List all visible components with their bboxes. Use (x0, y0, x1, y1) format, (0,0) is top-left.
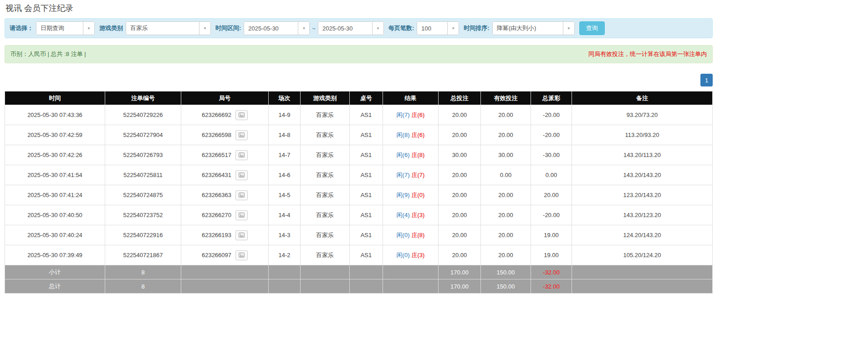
cell-result: 闲(7)庄(7) (383, 165, 439, 185)
date-from-input[interactable] (244, 22, 298, 35)
query-type-select: ▼ (36, 21, 95, 35)
cell-game-category: 百家乐 (301, 145, 350, 165)
footer-total-bet: 170.00 (439, 265, 481, 279)
cell-time: 2025-05-30 07:40:24 (5, 225, 105, 245)
result-player: 闲(7) (397, 172, 410, 178)
cell-valid-bet: 20.00 (481, 105, 531, 125)
cell-session: 14-2 (269, 245, 301, 265)
cell-total-bet: 20.00 (439, 125, 481, 145)
picture-icon (239, 193, 245, 198)
chevron-down-icon[interactable]: ▼ (199, 22, 210, 35)
search-button[interactable]: 查询 (579, 21, 605, 35)
round-number: 623266193 (202, 232, 231, 238)
bet-records-table: 时间注单编号局号场次游戏类别桌号结果总投注有效投注总派彩备注 2025-05-3… (5, 91, 713, 294)
chevron-down-icon[interactable]: ▼ (447, 22, 459, 35)
chevron-down-icon[interactable]: ▼ (298, 22, 309, 35)
table-header-row: 时间注单编号局号场次游戏类别桌号结果总投注有效投注总派彩备注 (5, 91, 713, 105)
cell-bet-id: 522540722916 (105, 225, 181, 245)
cell-session: 14-9 (269, 105, 301, 125)
table-row: 2025-05-30 07:40:24 522540722916 6232661… (5, 225, 713, 245)
game-category-label: 游戏类别 (99, 24, 123, 32)
picture-icon (239, 132, 245, 137)
cell-session: 14-7 (269, 145, 301, 165)
cell-time: 2025-05-30 07:41:24 (5, 185, 105, 205)
round-image-button[interactable] (235, 250, 248, 260)
cell-bet-id: 522540725811 (105, 165, 181, 185)
cell-total-bet: 20.00 (439, 105, 481, 125)
page-button-1[interactable]: 1 (700, 74, 713, 86)
column-header-7: 总投注 (439, 91, 481, 105)
cell-valid-bet: 20.00 (481, 125, 531, 145)
chevron-down-icon[interactable]: ▼ (372, 22, 383, 35)
cell-round: 623266363 (181, 185, 269, 205)
cell-game-category: 百家乐 (301, 245, 350, 265)
cell-remark: 124.20/143.20 (572, 225, 713, 245)
cell-payout: -30.00 (531, 145, 572, 165)
footer-total-bet: 170.00 (439, 279, 481, 294)
cell-total-bet: 30.00 (439, 145, 481, 165)
footer-count: 8 (105, 279, 181, 294)
column-header-1: 注单编号 (105, 91, 181, 105)
cell-round: 623266431 (181, 165, 269, 185)
column-header-6: 结果 (383, 91, 439, 105)
round-image-button[interactable] (235, 230, 248, 240)
cell-round: 623266692 (181, 105, 269, 125)
round-number: 623266517 (202, 152, 231, 158)
pagination: 1 (5, 74, 713, 86)
result-player: 闲(8) (397, 132, 410, 138)
cell-time: 2025-05-30 07:40:50 (5, 205, 105, 225)
cell-time: 2025-05-30 07:39:49 (5, 245, 105, 265)
table-row: 2025-05-30 07:39:49 522540721867 6232660… (5, 245, 713, 265)
page-container: 视讯 会员下注纪录 请选择： ▼ 游戏类别 ▼ 时间区间: ▼ ~ ▼ 每页笔数… (5, 3, 713, 294)
table-footer-row: 总计 8 170.00 150.00 -32.00 (5, 279, 713, 294)
result-banker: 庄(3) (412, 212, 425, 218)
cell-result: 闲(6)庄(8) (383, 145, 439, 165)
chevron-down-icon[interactable]: ▼ (83, 22, 94, 35)
game-category-input[interactable] (126, 22, 199, 35)
cell-game-category: 百家乐 (301, 225, 350, 245)
footer-empty-cell (181, 279, 269, 294)
result-player: 闲(6) (397, 152, 410, 158)
query-type-input[interactable] (36, 22, 83, 35)
result-banker: 庄(0) (412, 192, 425, 198)
cell-valid-bet: 20.00 (481, 245, 531, 265)
round-image-button[interactable] (235, 150, 248, 160)
page-size-input[interactable] (417, 22, 447, 35)
cell-remark: 113.20/93.20 (572, 125, 713, 145)
cell-remark: 143.20/113.20 (572, 145, 713, 165)
cell-payout: 19.00 (531, 245, 572, 265)
footer-payout: -32.00 (531, 265, 572, 279)
cell-session: 14-3 (269, 225, 301, 245)
cell-session: 14-4 (269, 205, 301, 225)
footer-empty-cell (269, 265, 301, 279)
result-banker: 庄(3) (412, 252, 425, 259)
sort-order-label: 时间排序: (464, 24, 489, 32)
round-image-button[interactable] (235, 210, 248, 220)
round-number: 623266270 (202, 212, 231, 218)
round-image-button[interactable] (235, 170, 248, 180)
cell-valid-bet: 20.00 (481, 205, 531, 225)
sort-order-input[interactable] (493, 22, 563, 35)
date-to-input[interactable] (318, 22, 372, 35)
picture-icon (239, 213, 245, 218)
cell-game-category: 百家乐 (301, 205, 350, 225)
round-image-button[interactable] (235, 130, 248, 140)
cell-table-number: AS1 (350, 185, 383, 205)
round-image-button[interactable] (235, 110, 248, 120)
round-image-button[interactable] (235, 190, 248, 200)
date-from-select: ▼ (244, 21, 310, 35)
chevron-down-icon[interactable]: ▼ (563, 22, 574, 35)
cell-valid-bet: 30.00 (481, 145, 531, 165)
footer-empty-cell (301, 265, 350, 279)
cell-game-category: 百家乐 (301, 125, 350, 145)
cell-time: 2025-05-30 07:42:26 (5, 145, 105, 165)
footer-empty-cell (383, 265, 439, 279)
cell-total-bet: 20.00 (439, 185, 481, 205)
cell-time: 2025-05-30 07:41:54 (5, 165, 105, 185)
cell-session: 14-5 (269, 185, 301, 205)
footer-empty-cell (350, 265, 383, 279)
filter-bar: 请选择： ▼ 游戏类别 ▼ 时间区间: ▼ ~ ▼ 每页笔数: ▼ 时间排序: … (5, 18, 713, 38)
result-banker: 庄(8) (412, 152, 425, 158)
page-size-select: ▼ (417, 21, 459, 35)
cell-bet-id: 522540727904 (105, 125, 181, 145)
